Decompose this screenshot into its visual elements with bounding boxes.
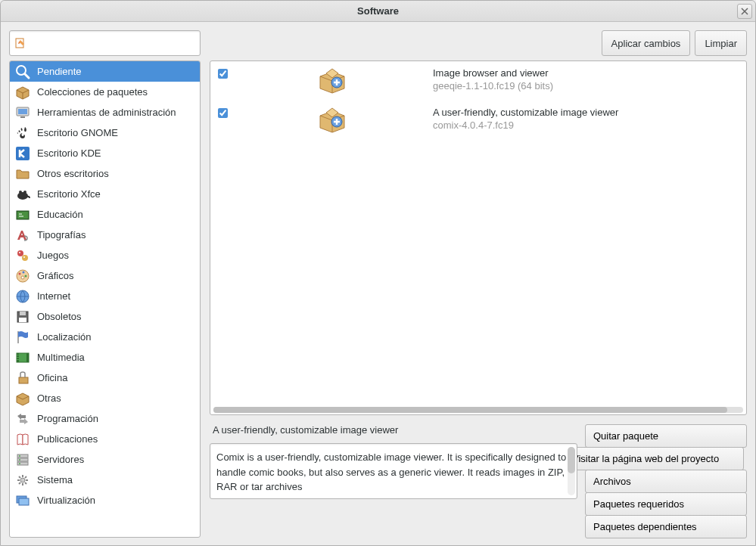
sidebar-item-floppy[interactable]: Obsoletos (10, 306, 200, 327)
window-title: Software (357, 5, 399, 17)
internet-icon (14, 288, 31, 305)
sidebar-item-gnome[interactable]: Escritorio GNOME (10, 123, 200, 143)
svg-point-19 (21, 276, 24, 279)
svg-rect-3 (18, 109, 27, 114)
sidebar-item-label: Pendiente (37, 66, 82, 77)
monitor-icon (14, 104, 31, 121)
system-icon (14, 472, 31, 489)
svg-point-12 (22, 255, 28, 261)
dependent-packages-button[interactable]: Paquetes dependientes (585, 515, 747, 538)
sidebar-item-system[interactable]: Sistema (10, 470, 200, 490)
sidebar-item-server[interactable]: Servidores (10, 449, 200, 470)
horizontal-scrollbar[interactable] (213, 407, 743, 413)
files-button[interactable]: Archivos (585, 470, 747, 493)
package-version: comix-4.0.4-7.fc19 (433, 119, 739, 131)
sidebar-item-other[interactable]: Otras (10, 388, 200, 408)
sidebar-item-monitor[interactable]: Herramientas de administración (10, 102, 200, 123)
sidebar-item-games[interactable]: Juegos (10, 245, 200, 265)
apply-changes-button[interactable]: Aplicar cambios (602, 30, 691, 56)
other-icon (14, 390, 31, 407)
sidebar-item-label: Herramientas de administración (37, 107, 176, 118)
sidebar-item-label: Obsoletos (37, 311, 82, 322)
sidebar-item-kde[interactable]: Escritorio KDE (10, 143, 200, 163)
detail-body-text: Comix is a user-friendly, customizable i… (216, 451, 566, 492)
sidebar-item-internet[interactable]: Internet (10, 286, 200, 306)
detail-actions: Quitar paquete Visitar la página web del… (585, 424, 747, 538)
book-icon (14, 431, 31, 448)
sidebar-item-flag[interactable]: Localización (10, 327, 200, 347)
floppy-icon (14, 309, 31, 325)
sidebar-item-label: Programación (37, 413, 98, 424)
svg-rect-30 (19, 377, 28, 383)
package-icon (238, 67, 427, 95)
svg-point-7 (19, 191, 22, 194)
search-input[interactable] (9, 30, 201, 56)
sidebar-item-book[interactable]: Publicaciones (10, 429, 200, 449)
svg-point-13 (19, 252, 20, 253)
svg-point-34 (19, 455, 20, 457)
sidebar-item-label: Gráficos (37, 270, 73, 281)
package-checkbox[interactable] (218, 107, 232, 120)
sidebar-item-xfce[interactable]: Escritorio Xfce (10, 184, 200, 204)
package-list[interactable]: Image browser and viewer geeqie-1.1-10.f… (210, 60, 747, 415)
sidebar-item-folder[interactable]: Otros escritorios (10, 163, 200, 184)
svg-point-16 (19, 272, 21, 275)
detail-description[interactable]: Comix is a user-friendly, customizable i… (210, 443, 577, 499)
sidebar-item-box[interactable]: Colecciones de paquetes (10, 82, 200, 102)
sidebar-item-label: Juegos (37, 250, 69, 261)
sidebar-item-education[interactable]: Educación (10, 204, 200, 225)
remove-package-button[interactable]: Quitar paquete (585, 424, 747, 448)
sidebar-item-font[interactable]: Tipografías (10, 225, 200, 245)
package-description: A user-friendly, customizable image view… (433, 107, 739, 118)
svg-point-36 (19, 463, 20, 464)
sidebar-item-label: Colecciones de paquetes (37, 86, 148, 98)
package-version: geeqie-1.1-10.fc19 (64 bits) (433, 80, 739, 92)
close-button[interactable] (737, 4, 752, 19)
sidebar-item-multimedia[interactable]: Multimedia (10, 347, 200, 368)
sidebar-item-label: Internet (37, 290, 70, 302)
search-icon (14, 64, 31, 80)
clear-button[interactable]: Limpiar (695, 30, 747, 56)
gnome-icon (14, 125, 31, 141)
sidebar-item-label: Educación (37, 209, 83, 220)
visit-project-button[interactable]: Visitar la página web del proyecto (564, 447, 744, 470)
svg-rect-22 (20, 312, 26, 315)
svg-point-11 (17, 250, 23, 256)
toolbar: Aplicar cambios Limpiar (210, 30, 747, 56)
svg-rect-23 (19, 318, 26, 322)
games-icon (14, 247, 31, 264)
svg-point-35 (19, 459, 20, 461)
main-panel: Aplicar cambios Limpiar Image browser an… (208, 22, 755, 546)
category-list[interactable]: PendienteColecciones de paquetesHerramie… (9, 60, 201, 538)
svg-rect-29 (17, 359, 19, 360)
sidebar-item-virtual[interactable]: Virtualización (10, 490, 200, 510)
education-icon (14, 206, 31, 223)
sidebar-item-label: Multimedia (37, 352, 85, 363)
package-description: Image browser and viewer (433, 67, 739, 79)
dev-icon (14, 411, 31, 427)
xfce-icon (14, 186, 31, 203)
scrollbar-thumb[interactable] (213, 407, 727, 413)
folder-icon (14, 166, 31, 182)
sidebar-item-office[interactable]: Oficina (10, 368, 200, 388)
sidebar-item-label: Localización (37, 331, 92, 343)
sidebar-item-dev[interactable]: Programación (10, 408, 200, 429)
sidebar-item-label: Oficina (37, 372, 67, 383)
titlebar: Software (1, 1, 755, 22)
svg-rect-4 (20, 116, 25, 118)
svg-point-8 (23, 191, 26, 194)
sidebar-item-label: Escritorio KDE (37, 147, 101, 159)
font-icon (14, 227, 31, 244)
vertical-scrollbar[interactable] (568, 447, 575, 495)
sidebar-item-graphics[interactable]: Gráficos (10, 265, 200, 286)
package-row[interactable]: Image browser and viewer geeqie-1.1-10.f… (210, 61, 746, 101)
edit-icon (14, 37, 26, 49)
required-packages-button[interactable]: Paquetes requeridos (585, 492, 747, 516)
sidebar-item-search[interactable]: Pendiente (10, 61, 200, 82)
scrollbar-thumb[interactable] (568, 447, 575, 473)
box-icon (14, 84, 31, 101)
virtual-icon (14, 492, 31, 509)
package-row[interactable]: A user-friendly, customizable image view… (210, 101, 746, 140)
office-icon (14, 370, 31, 386)
package-checkbox[interactable] (218, 67, 232, 81)
